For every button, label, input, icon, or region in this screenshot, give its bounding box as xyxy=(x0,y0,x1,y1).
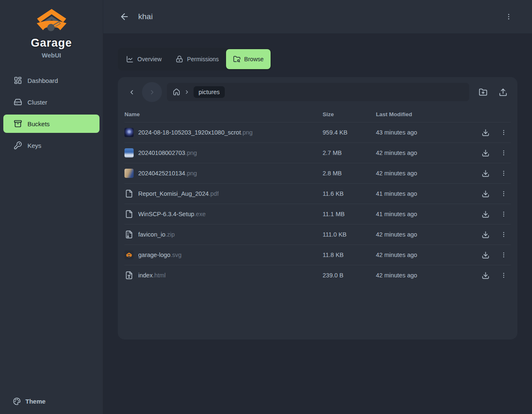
download-icon xyxy=(482,272,490,279)
buckets-icon xyxy=(14,120,22,128)
tab-overview[interactable]: Overview xyxy=(119,49,169,69)
chevron-right-icon xyxy=(184,89,190,95)
download-button[interactable] xyxy=(479,126,492,139)
kebab-menu-icon xyxy=(505,13,512,20)
file-name-wrap[interactable]: WinSCP-6.3.4-Setup.exe xyxy=(138,211,206,217)
theme-button[interactable]: Theme xyxy=(0,389,103,414)
row-menu-button[interactable] xyxy=(497,269,510,282)
table-row[interactable]: 20240108002703.png 2.7 MB 42 minutes ago xyxy=(124,142,511,163)
row-menu-button[interactable] xyxy=(497,126,510,139)
file-ext: .exe xyxy=(194,211,206,217)
file-icon-slot xyxy=(124,271,134,280)
sidebar-item-buckets[interactable]: Buckets xyxy=(3,115,99,133)
path-input[interactable]: pictures xyxy=(167,83,469,101)
row-menu-button[interactable] xyxy=(497,208,510,220)
download-button[interactable] xyxy=(479,147,492,159)
file-name[interactable]: Report_Komisi_Aug_2024 xyxy=(138,190,209,197)
file-name-wrap[interactable]: Report_Komisi_Aug_2024.pdf xyxy=(138,190,219,197)
row-menu-button[interactable] xyxy=(497,228,510,241)
row-menu-button[interactable] xyxy=(497,187,510,200)
file-name-cell: 20240108002703.png xyxy=(124,148,323,157)
file-name[interactable]: 2024-08-18-105203_1920x1080_scrot xyxy=(138,129,241,136)
download-button[interactable] xyxy=(479,187,492,200)
file-table-body: 2024-08-18-105203_1920x1080_scrot.png 95… xyxy=(124,122,511,285)
file-size: 11.8 KB xyxy=(323,252,376,258)
sidebar: Garage WebUI Dashboard Cluster Buckets K… xyxy=(0,0,103,414)
sidebar-item-cluster[interactable]: Cluster xyxy=(3,93,99,111)
arrow-left-icon xyxy=(119,12,129,22)
file-name[interactable]: 20240108002703 xyxy=(138,150,185,156)
table-row[interactable]: favicon_io.zip 111.0 KB 42 minutes ago xyxy=(124,224,511,244)
row-menu-button[interactable] xyxy=(497,167,510,180)
file-modified: 42 minutes ago xyxy=(376,272,469,279)
download-button[interactable] xyxy=(479,167,492,180)
kebab-menu-icon xyxy=(500,150,507,156)
file-name[interactable]: WinSCP-6.3.4-Setup xyxy=(138,211,194,217)
file-name-wrap[interactable]: 20240108002703.png xyxy=(138,150,197,156)
column-header-modified: Last Modified xyxy=(376,111,469,117)
folder-search-icon xyxy=(233,55,241,63)
chevron-right-icon xyxy=(149,89,156,96)
tab-permissions[interactable]: Permissions xyxy=(169,49,226,69)
kebab-menu-icon xyxy=(500,211,507,217)
bucket-menu-button[interactable] xyxy=(502,10,515,23)
kebab-menu-icon xyxy=(500,252,507,258)
file-size: 959.4 KB xyxy=(323,129,376,136)
download-icon xyxy=(482,170,490,177)
table-row[interactable]: 20240425210134.png 2.8 MB 42 minutes ago xyxy=(124,163,511,183)
table-row[interactable]: 2024-08-18-105203_1920x1080_scrot.png 95… xyxy=(124,122,511,142)
tab-label: Overview xyxy=(137,56,162,62)
file-name-wrap[interactable]: favicon_io.zip xyxy=(138,231,175,238)
row-menu-button[interactable] xyxy=(497,147,510,159)
file-name[interactable]: favicon_io xyxy=(138,231,165,238)
file-name[interactable]: garage-logo xyxy=(138,252,170,258)
file-size: 11.6 KB xyxy=(323,190,376,197)
download-button[interactable] xyxy=(479,269,492,282)
history-back-button[interactable] xyxy=(124,85,139,99)
row-menu-button[interactable] xyxy=(497,249,510,261)
file-icon-slot xyxy=(124,189,134,198)
sidebar-nav: Dashboard Cluster Buckets Keys xyxy=(0,71,103,155)
tab-label: Browse xyxy=(244,56,264,62)
file-icon-slot xyxy=(124,209,134,219)
download-button[interactable] xyxy=(479,228,492,241)
file-size: 11.1 MB xyxy=(323,211,376,217)
breadcrumb-folder-chip[interactable]: pictures xyxy=(194,86,225,98)
file-name-cell: favicon_io.zip xyxy=(124,230,323,239)
tab-browse[interactable]: Browse xyxy=(226,49,271,69)
history-forward-button[interactable] xyxy=(142,82,162,102)
sidebar-item-dashboard[interactable]: Dashboard xyxy=(3,71,99,90)
file-name-cell: WinSCP-6.3.4-Setup.exe xyxy=(124,209,323,219)
row-actions xyxy=(469,228,511,241)
file-icon-slot: Garage xyxy=(124,250,134,259)
file-ext: .png xyxy=(241,129,253,136)
table-row[interactable]: Garage garage-logo.svg 11.8 KB 42 minute… xyxy=(124,244,511,265)
sidebar-item-keys[interactable]: Keys xyxy=(3,136,99,155)
download-button[interactable] xyxy=(479,208,492,220)
file-table: Name Size Last Modified 2024-08-18-10520… xyxy=(124,106,511,285)
table-row[interactable]: index.html 239.0 B 42 minutes ago xyxy=(124,265,511,285)
file-name[interactable]: 20240425210134 xyxy=(138,170,185,177)
bucket-content: Overview Permissions Browse xyxy=(103,33,532,339)
download-icon xyxy=(482,190,490,198)
new-folder-button[interactable] xyxy=(475,84,491,100)
file-name-wrap[interactable]: 2024-08-18-105203_1920x1080_scrot.png xyxy=(138,129,253,136)
download-button[interactable] xyxy=(479,249,492,261)
home-icon[interactable] xyxy=(173,88,180,96)
file-modified: 42 minutes ago xyxy=(376,170,469,177)
file-name[interactable]: index xyxy=(138,272,153,279)
table-row[interactable]: WinSCP-6.3.4-Setup.exe 11.1 MB 41 minute… xyxy=(124,204,511,224)
theme-label: Theme xyxy=(25,398,45,405)
file-name-wrap[interactable]: 20240425210134.png xyxy=(138,170,197,177)
file-modified: 43 minutes ago xyxy=(376,129,469,136)
table-row[interactable]: Report_Komisi_Aug_2024.pdf 11.6 KB 41 mi… xyxy=(124,183,511,204)
upload-button[interactable] xyxy=(495,84,511,100)
back-button[interactable] xyxy=(118,10,131,23)
file-name-wrap[interactable]: index.html xyxy=(138,272,166,279)
kebab-menu-icon xyxy=(500,190,507,197)
file-icon-slot xyxy=(124,169,134,178)
file-name-wrap[interactable]: garage-logo.svg xyxy=(138,252,181,258)
page-header: khai xyxy=(103,0,532,33)
file-name-cell: 2024-08-18-105203_1920x1080_scrot.png xyxy=(124,128,323,137)
file-modified: 41 minutes ago xyxy=(376,211,469,217)
